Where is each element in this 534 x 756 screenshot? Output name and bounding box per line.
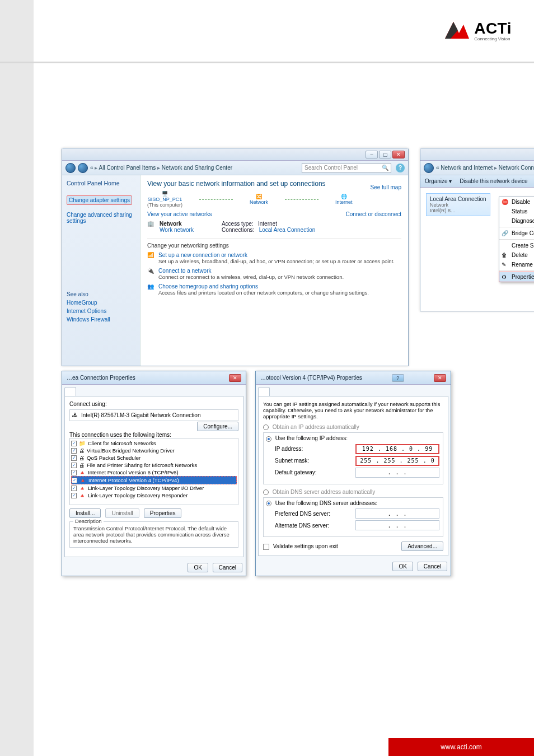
organize-menu[interactable]: Organize ▾: [425, 178, 452, 184]
configure-button[interactable]: Configure...: [197, 422, 238, 431]
menu-disable[interactable]: ⛔Disable: [499, 197, 534, 207]
dialog-title: …otocol Version 4 (TCP/IPv4) Properties: [260, 375, 362, 381]
windows-firewall-link[interactable]: Windows Firewall: [67, 316, 135, 323]
menu-diagnose[interactable]: Diagnose: [499, 216, 534, 226]
menu-properties[interactable]: ⚙Properties: [499, 272, 534, 282]
brand-logo: ACTi Connecting Vision: [442, 19, 512, 41]
gateway-field[interactable]: . . .: [355, 468, 439, 478]
breadcrumb[interactable]: « Network and Internet Network Conne: [436, 165, 534, 171]
see-also-label: See also: [67, 291, 135, 297]
change-adapter-settings[interactable]: Change adapter settings: [67, 195, 132, 205]
window-titlebar[interactable]: – ▢ ✕: [62, 148, 408, 161]
use-following-dns-radio[interactable]: [266, 501, 271, 506]
local-area-connection-link[interactable]: Local Area Connection: [259, 227, 316, 233]
see-full-map[interactable]: See full map: [370, 184, 401, 190]
connection-properties-dialog: …ea Connection Properties ✕ Connect usin…: [62, 371, 246, 576]
properties-button[interactable]: Properties: [144, 508, 182, 518]
menu-delete[interactable]: 🗑Delete: [499, 250, 534, 260]
connect-network-icon: 🔌: [147, 268, 154, 280]
change-networking-settings: Change your networking settings: [147, 239, 401, 249]
logo-tagline: Connecting Vision: [474, 36, 512, 41]
obtain-dns-auto-radio: [263, 489, 269, 495]
network-sharing-window: – ▢ ✕ « All Control Panel Items Network …: [62, 148, 409, 366]
ok-button[interactable]: OK: [188, 563, 208, 572]
network-connections-window: « Network and Internet Network Conne Org…: [420, 148, 534, 311]
tab-general[interactable]: [258, 387, 270, 396]
menu-shortcut[interactable]: Create Shortcut: [499, 241, 534, 250]
globe-icon: 🌐: [335, 194, 353, 199]
new-connection-icon: 📶: [147, 252, 154, 264]
map-internet: 🌐 Internet: [335, 194, 353, 205]
control-panel-home[interactable]: Control Panel Home: [67, 180, 135, 186]
help-icon[interactable]: ?: [396, 164, 405, 172]
lltd-responder-icon: 🔺: [79, 492, 86, 498]
maximize-button[interactable]: ▢: [379, 151, 391, 158]
lltd-mapper-icon: 🔺: [79, 485, 86, 491]
context-menu: ⛔Disable Status Diagnose 🔗Bridge Connect…: [499, 197, 534, 282]
description-text: Transmission Control Protocol/Internet P…: [73, 525, 235, 544]
page-title: View your basic network information and …: [147, 180, 401, 188]
close-button[interactable]: ✕: [229, 374, 241, 382]
setup-new-connection[interactable]: Set up a new connection or network: [158, 252, 395, 258]
preferred-dns-field[interactable]: . . .: [355, 508, 439, 519]
map-network: 🔀 Network: [250, 194, 268, 205]
help-button[interactable]: ?: [392, 374, 404, 382]
map-this-pc: 🖥️ SISO_NP_PC1 (This computer): [147, 191, 182, 208]
logo-text: ACTi: [474, 20, 512, 38]
ipv4-intro: You can get IP settings assigned automat…: [263, 401, 443, 419]
cancel-button[interactable]: Cancel: [213, 563, 242, 572]
back-button[interactable]: [424, 163, 434, 173]
window-title: [65, 151, 67, 157]
advanced-button[interactable]: Advanced...: [401, 542, 443, 551]
rename-icon: ✎: [502, 262, 508, 268]
back-button[interactable]: [65, 163, 76, 173]
change-advanced-sharing[interactable]: Change advanced sharing settings: [67, 212, 135, 224]
install-button[interactable]: Install...: [69, 508, 101, 518]
local-area-connection-item[interactable]: Local Area Connection Network Intel(R) 8…: [426, 193, 490, 216]
ok-button[interactable]: OK: [392, 562, 413, 571]
ipv4-icon: 🔺: [79, 477, 86, 483]
menu-rename[interactable]: ✎Rename: [499, 260, 534, 269]
disable-icon: ⛔: [502, 199, 508, 206]
forward-button[interactable]: [78, 163, 88, 173]
ipv4-item[interactable]: ✓🔺Internet Protocol Version 4 (TCP/IPv4): [71, 476, 237, 484]
footer-url: www.acti.com: [388, 738, 534, 756]
logo-icon: [442, 19, 471, 41]
close-button[interactable]: ✕: [392, 151, 405, 158]
minimize-button[interactable]: –: [366, 151, 378, 158]
validate-checkbox[interactable]: [263, 544, 269, 550]
description-label: Description: [73, 518, 104, 524]
network-type[interactable]: Work network: [160, 227, 194, 233]
use-following-ip-radio[interactable]: [266, 436, 271, 442]
close-button[interactable]: ✕: [434, 374, 446, 382]
network-icon: 🔀: [250, 194, 268, 199]
menu-status[interactable]: Status: [499, 207, 534, 216]
connection-items-list[interactable]: ✓📁Client for Microsoft Networks ✓🖨Virtua…: [69, 438, 238, 505]
ipv6-icon: 🔺: [79, 469, 86, 475]
items-label: This connection uses the following items…: [69, 432, 238, 438]
homegroup-link[interactable]: HomeGroup: [67, 300, 135, 306]
pc-icon: 🖥️: [147, 191, 182, 197]
menu-bridge[interactable]: 🔗Bridge Connections: [499, 228, 534, 238]
search-input[interactable]: Search Control Panel 🔍: [302, 163, 391, 173]
internet-options-link[interactable]: Internet Options: [67, 308, 135, 314]
bridge-icon: 🔗: [502, 230, 508, 237]
scheduler-icon: 🖨: [79, 455, 85, 461]
driver-icon: 🖨: [79, 447, 85, 454]
subnet-mask-field[interactable]: 255 . 255 . 255 . 0: [355, 456, 439, 466]
obtain-ip-auto-radio[interactable]: [263, 424, 269, 430]
ip-address-field[interactable]: 192 . 168 . 0 . 99: [355, 444, 439, 454]
connect-disconnect[interactable]: Connect or disconnect: [345, 211, 401, 217]
breadcrumb[interactable]: « All Control Panel Items Network and Sh…: [90, 165, 232, 171]
connect-to-network[interactable]: Connect to a network: [158, 268, 344, 274]
disable-device[interactable]: Disable this network device: [460, 178, 527, 184]
tab-networking[interactable]: [64, 387, 76, 396]
choose-homegroup[interactable]: Choose homegroup and sharing options: [158, 283, 369, 290]
adapter-name: Intel(R) 82567LM-3 Gigabit Network Conne…: [81, 412, 200, 418]
network-name: Network: [160, 221, 194, 227]
alternate-dns-field[interactable]: . . .: [355, 520, 439, 530]
cancel-button[interactable]: Cancel: [418, 562, 447, 571]
uninstall-button[interactable]: Uninstall: [105, 508, 139, 518]
view-active-networks[interactable]: View your active networks: [147, 211, 212, 217]
search-icon: 🔍: [382, 165, 388, 171]
